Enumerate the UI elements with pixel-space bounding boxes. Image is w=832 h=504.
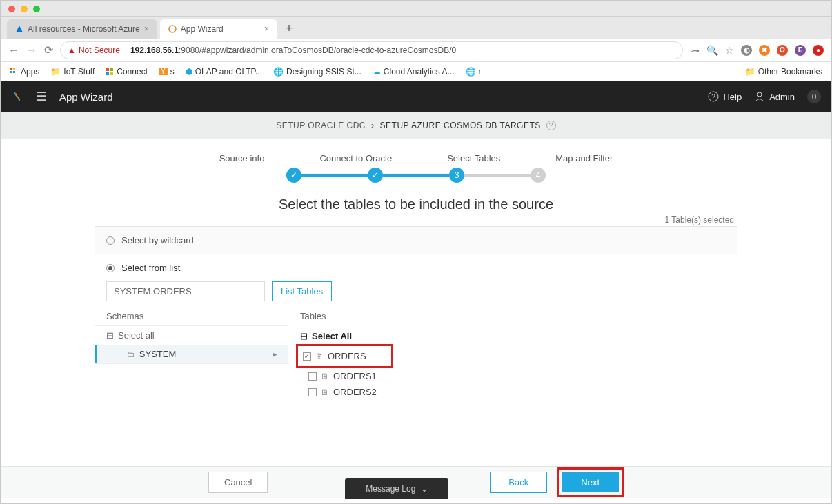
tables-header: Tables [289,308,737,325]
bookmark-item[interactable]: Connect [106,67,148,77]
key-icon[interactable]: ⊶ [690,45,700,56]
step-current-icon: 3 [449,168,464,183]
url-action-icons: ⊶ 🔍 ☆ ◐ ✖ O E ● [690,45,824,56]
azure-favicon-icon [15,25,23,33]
svg-rect-3 [13,68,15,70]
svg-rect-4 [10,71,12,73]
back-arrow-icon[interactable]: ← [8,44,19,57]
selected-count: 1 Table(s) selected [1,215,831,225]
svg-rect-8 [106,72,109,75]
menu-icon[interactable]: ☰ [36,89,47,104]
checkbox-icon[interactable] [303,352,311,361]
extension-icon[interactable]: E [795,45,806,56]
select-from-list-option[interactable]: Select from list [95,254,737,281]
back-button[interactable]: Back [490,472,547,493]
extension-icon[interactable]: ✖ [759,45,770,56]
bookmark-item[interactable]: ⬢ OLAP and OLTP... [186,67,262,77]
help-hint-icon[interactable]: ? [546,121,556,130]
tab-close-icon[interactable]: × [144,24,149,34]
breadcrumb-target: SETUP AZURE COSMOS DB TARGETS [380,121,541,130]
url-text: 192.168.56.1:9080/#appwizard/admin.oraTo… [130,46,456,55]
tab-label: All resources - Microsoft Azure [28,24,140,34]
bookmark-item[interactable]: ☁ Cloud Analytics A... [373,67,455,77]
radio-icon[interactable] [106,236,115,245]
table-row[interactable]: 🗎 ORDERS2 [296,384,730,400]
striim-favicon-icon [168,25,177,33]
chevron-right-icon: ▸ [273,349,277,359]
minus-box-icon: ⊟ [300,331,308,341]
step-label: Connect to Oracle [319,153,392,163]
browser-tab[interactable]: App Wizard × [160,19,277,39]
table-row[interactable]: 🗎 ORDERS [300,348,370,364]
highlight-box: Next [557,467,624,497]
select-all-tables[interactable]: ⊟ Select All [296,328,730,344]
schemas-header: Schemas [95,308,288,325]
cancel-button[interactable]: Cancel [208,472,268,493]
step-done-icon: ✓ [368,168,383,183]
svg-point-1 [169,26,176,32]
next-button[interactable]: Next [562,472,619,492]
minus-box-icon: ⊟ [106,330,114,341]
user-icon [754,91,765,102]
wizard-breadcrumb: SETUP ORACLE CDC › SETUP AZURE COSMOS DB… [1,112,831,139]
bookmark-item[interactable]: 📁 IoT Stuff [50,67,95,77]
svg-marker-0 [16,26,23,32]
list-tables-button[interactable]: List Tables [272,281,332,301]
radio-icon[interactable] [106,264,115,272]
breadcrumb-source: SETUP ORACLE CDC [276,121,366,130]
select-all-schemas[interactable]: ⊟ Select all [95,326,288,345]
new-tab-button[interactable]: + [280,19,299,39]
step-todo-icon: 4 [531,168,546,183]
extension-icon[interactable]: O [777,45,788,56]
security-warning: ▲ Not Secure [68,46,126,55]
table-row[interactable]: 🗎 ORDERS1 [296,368,730,384]
svg-rect-9 [110,72,113,75]
step-labels: Source info Connect to Oracle Select Tab… [1,139,831,168]
checkbox-icon[interactable] [308,388,317,396]
browser-tab[interactable]: All resources - Microsoft Azure × [7,19,157,39]
section-title: Select the tables to be included in the … [1,196,831,212]
wildcard-option[interactable]: Select by wildcard [95,227,737,254]
mac-minimize-icon[interactable] [21,6,28,12]
bookmarks-bar: Apps 📁 IoT Stuff Connect Y s ⬢ OLAP and … [1,62,831,81]
user-menu[interactable]: Admin [754,91,795,102]
reload-icon[interactable]: ⟳ [44,43,53,57]
table-filter-input[interactable] [106,281,265,301]
url-field[interactable]: ▲ Not Secure 192.168.56.1:9080/#appwizar… [60,41,683,59]
tab-label: App Wizard [181,24,224,34]
forward-arrow-icon[interactable]: → [26,44,37,57]
step-label: Source info [219,153,265,163]
message-log-toggle[interactable]: Message Log ⌄ [345,478,448,499]
page-title: App Wizard [59,91,113,103]
checkbox-icon[interactable] [308,372,317,381]
table-select-panel: Select by wildcard Select from list List… [95,226,737,481]
bookmark-item[interactable]: 🌐 r [466,67,482,77]
zoom-icon[interactable]: 🔍 [706,45,718,56]
apps-shortcut[interactable]: Apps [10,67,39,77]
step-label: Select Tables [447,153,500,163]
tab-close-icon[interactable]: × [264,24,269,34]
striim-logo-icon [11,90,23,103]
step-done-icon: ✓ [286,168,301,183]
chevron-down-icon: ⌄ [421,484,428,494]
bookmark-item[interactable]: 🌐 Designing SSIS St... [273,67,361,77]
mac-close-icon[interactable] [8,6,15,12]
bookmark-item[interactable]: Y s [159,67,175,77]
step-indicator: ✓ ✓ 3 4 [1,168,831,192]
url-bar: ← → ⟳ ▲ Not Secure 192.168.56.1:9080/#ap… [1,39,831,62]
ms-icon [106,68,114,76]
wizard-footer: Cancel Message Log ⌄ Back Next [1,466,831,498]
help-link[interactable]: ? Help [708,91,742,102]
star-icon[interactable]: ☆ [725,45,734,56]
schema-item[interactable]: − 🗀 SYSTEM ▸ [95,345,288,363]
browser-tab-strip: All resources - Microsoft Azure × App Wi… [1,17,831,39]
table-icon: 🗎 [315,352,324,361]
extension-icon[interactable]: ◐ [741,45,752,56]
mac-titlebar [1,1,831,17]
other-bookmarks[interactable]: 📁 Other Bookmarks [745,67,822,77]
wizard-content: Source info Connect to Oracle Select Tab… [1,139,831,498]
notification-badge[interactable]: 0 [807,90,821,103]
extension-icon[interactable]: ● [813,45,824,56]
chevron-right-icon: › [371,121,375,130]
mac-maximize-icon[interactable] [33,6,40,12]
